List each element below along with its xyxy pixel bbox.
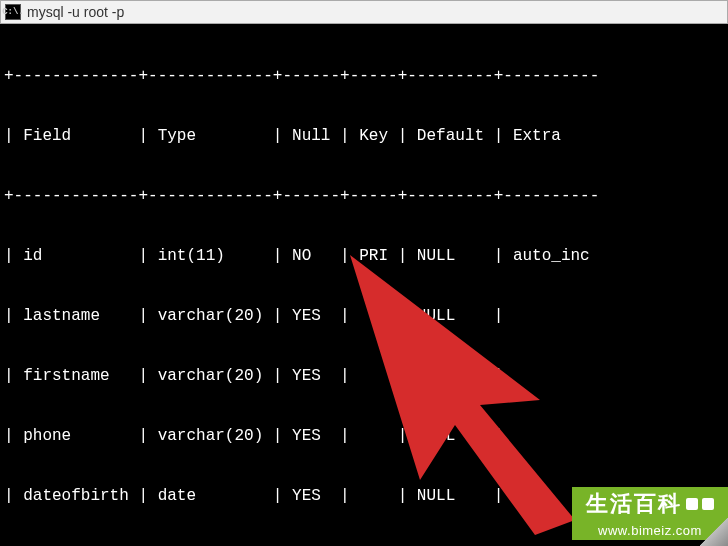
console-icon: C:\. bbox=[5, 4, 21, 20]
table-header: | Field | Type | Null | Key | Default | … bbox=[4, 126, 724, 146]
table-border-mid: +-------------+-------------+------+----… bbox=[4, 186, 724, 206]
table-row: | lastname | varchar(20) | YES | | NULL … bbox=[4, 306, 724, 326]
table-row: | firstname | varchar(20) | YES | | NULL… bbox=[4, 366, 724, 386]
page-corner-fold bbox=[700, 518, 728, 546]
window-titlebar[interactable]: C:\. mysql -u root -p bbox=[0, 0, 728, 24]
window-title: mysql -u root -p bbox=[27, 4, 124, 20]
watermark-brand-row: 生活百科 bbox=[572, 487, 728, 521]
table-row: | id | int(11) | NO | PRI | NULL | auto_… bbox=[4, 246, 724, 266]
console-icon-label: C:\. bbox=[2, 7, 24, 17]
table-border-top: +-------------+-------------+------+----… bbox=[4, 66, 724, 86]
watermark-square-icon bbox=[686, 498, 698, 510]
table-row: | phone | varchar(20) | YES | | NULL | bbox=[4, 426, 724, 446]
terminal-output[interactable]: +-------------+-------------+------+----… bbox=[0, 24, 728, 546]
watermark-square-icon bbox=[702, 498, 714, 510]
watermark-brand: 生活百科 bbox=[586, 489, 682, 519]
